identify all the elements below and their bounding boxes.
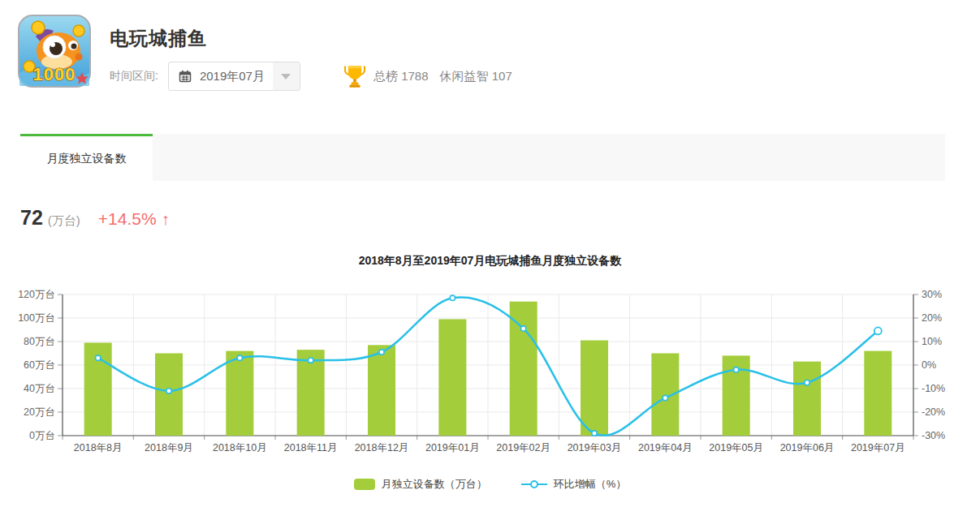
bar — [438, 319, 466, 436]
line-marker — [237, 355, 242, 360]
line-marker — [379, 350, 384, 355]
x-axis-label: 2018年12月 — [355, 442, 409, 453]
left-axis-label: 60万台 — [24, 359, 55, 371]
time-range-value: 2019年07月 — [200, 69, 265, 84]
x-axis-label: 2019年06月 — [780, 442, 835, 453]
tab-label: 月度独立设备数 — [47, 152, 127, 166]
bar — [793, 362, 821, 436]
select-arrow-box — [273, 62, 300, 90]
legend-item-bar[interactable]: 月独立设备数（万台） — [354, 477, 487, 492]
rank-text: 总榜 1788休闲益智 107 — [373, 69, 524, 84]
page-title: 电玩城捕鱼 — [110, 26, 207, 51]
left-axis-label: 40万台 — [24, 383, 55, 394]
line-marker — [308, 358, 313, 363]
left-axis-label: 0万台 — [29, 430, 55, 441]
x-axis-label: 2019年07月 — [851, 442, 905, 453]
tab-bar — [153, 134, 945, 181]
x-axis-label: 2018年8月 — [74, 442, 123, 453]
bar-legend-swatch — [354, 479, 375, 490]
left-axis-label: 20万台 — [24, 406, 55, 418]
stat-unit: (万台) — [48, 213, 80, 229]
x-axis-label: 2019年02月 — [496, 442, 550, 453]
stat-value: 72 — [20, 206, 43, 230]
app-icon-coin-text: 1000 — [33, 64, 76, 84]
line-marker — [663, 395, 667, 400]
left-axis-label: 80万台 — [24, 336, 55, 347]
x-axis-label: 2019年01月 — [425, 442, 480, 453]
chart-legend: 月独立设备数（万台） 环比增幅（%） — [0, 477, 980, 492]
line-legend-icon — [521, 479, 547, 490]
right-axis-label: 20% — [922, 312, 942, 324]
x-axis-label: 2018年9月 — [145, 442, 193, 453]
bar — [510, 302, 537, 436]
right-axis-label: -30% — [922, 430, 945, 441]
legend-item-line[interactable]: 环比增幅（%） — [521, 477, 627, 492]
right-axis-label: 0% — [922, 359, 936, 371]
bar — [155, 354, 183, 436]
left-axis-label: 120万台 — [18, 289, 55, 300]
app-icon: 1000 — [18, 15, 91, 88]
stat-row: 72 (万台) +14.5% ↑ — [20, 206, 170, 230]
chart-canvas: 120万台100万台80万台60万台40万台20万台0万台30%20%10%0%… — [0, 284, 980, 466]
line-marker — [592, 431, 597, 436]
line-marker — [874, 327, 882, 334]
line-legend-label: 环比增幅（%） — [554, 477, 627, 492]
stat-change: +14.5% — [98, 209, 157, 229]
calendar-icon — [179, 70, 192, 83]
right-axis-label: -20% — [922, 406, 945, 418]
rank-overall: 总榜 1788 — [373, 69, 429, 83]
trophy-icon — [344, 64, 365, 88]
bar-legend-label: 月独立设备数（万台） — [382, 477, 487, 492]
chevron-down-icon — [281, 74, 291, 80]
x-axis-label: 2018年10月 — [213, 442, 267, 453]
x-axis-label: 2018年11月 — [284, 442, 338, 453]
chart-title: 2018年8月至2019年07月电玩城捕鱼月度独立设备数 — [0, 254, 980, 269]
line-marker — [166, 389, 171, 393]
x-axis-label: 2019年05月 — [709, 442, 763, 453]
up-arrow-icon: ↑ — [162, 210, 170, 229]
line-marker — [520, 326, 525, 331]
left-axis-label: 100万台 — [18, 312, 55, 324]
right-axis-label: -10% — [922, 383, 945, 394]
time-range-label: 时间区间: — [110, 69, 158, 84]
line-marker — [805, 380, 809, 385]
tab-monthly-devices[interactable]: 月度独立设备数 — [20, 134, 153, 181]
line-marker — [95, 355, 100, 360]
time-range-select[interactable]: 2019年07月 — [168, 62, 300, 91]
x-axis-label: 2019年03月 — [568, 442, 622, 453]
right-axis-label: 10% — [922, 336, 942, 347]
rank-category: 休闲益智 107 — [440, 69, 512, 83]
bar — [368, 345, 395, 436]
line-marker — [450, 295, 455, 300]
bar — [226, 351, 253, 436]
bar — [864, 351, 891, 436]
bar — [581, 341, 608, 436]
line-marker — [733, 367, 738, 372]
right-axis-label: 30% — [922, 289, 942, 300]
x-axis-label: 2019年04月 — [638, 442, 693, 453]
